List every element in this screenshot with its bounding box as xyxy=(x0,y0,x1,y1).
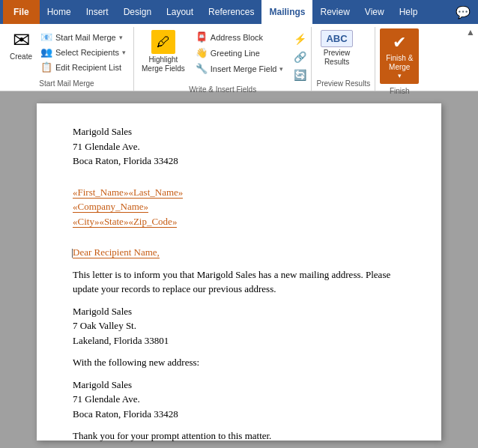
start-mail-merge-content: ✉ Create 📧 Start Mail Merge ▾ 👥 Select R… xyxy=(4,27,129,78)
create-icon: ✉ xyxy=(13,30,30,51)
tab-design[interactable]: Design xyxy=(116,0,159,24)
ribbon-tab-bar: File Home Insert Design Layout Reference… xyxy=(0,0,478,24)
finish-merge-arrow: ▾ xyxy=(398,72,402,79)
highlight-merge-fields-button[interactable]: 🖊 HighlightMerge Fields xyxy=(137,28,190,75)
greeting-line-button[interactable]: 👋 Greeting Line xyxy=(191,46,288,60)
tab-references[interactable]: References xyxy=(201,0,261,24)
address-block-button[interactable]: 📮 Address Block xyxy=(191,30,288,44)
preview-results-group: ABC PreviewResults Preview Results xyxy=(312,27,375,91)
greeting-line-icon: 👋 xyxy=(196,47,208,58)
select-recipients-label: Select Recipients xyxy=(55,48,119,57)
ribbon-collapse-button[interactable]: ▲ xyxy=(465,25,477,39)
tab-review[interactable]: Review xyxy=(312,0,357,24)
preview-results-label: PreviewResults xyxy=(324,49,351,67)
tab-home[interactable]: Home xyxy=(40,0,79,24)
tab-help[interactable]: Help xyxy=(392,0,426,24)
start-mail-merge-arrow: ▾ xyxy=(119,34,123,41)
finish-group-label: Finish xyxy=(380,85,419,98)
ribbon: ✉ Create 📧 Start Mail Merge ▾ 👥 Select R… xyxy=(0,24,478,91)
new-address-line1: Marigold Sales xyxy=(73,378,405,393)
select-recipients-icon: 👥 xyxy=(40,46,52,58)
select-recipients-arrow: ▾ xyxy=(122,49,126,56)
start-mail-merge-icon: 📧 xyxy=(40,31,52,43)
finish-merge-button[interactable]: ✔ Finish &Merge ▾ xyxy=(380,28,419,84)
file-tab[interactable]: File xyxy=(3,0,40,24)
old-address-line3: Lakeland, Florida 33801 xyxy=(73,333,405,348)
tab-view[interactable]: View xyxy=(357,0,392,24)
body-paragraph-1: This letter is to inform you that Marigo… xyxy=(73,267,405,297)
mail-merge-small-buttons: 📧 Start Mail Merge ▾ 👥 Select Recipients… xyxy=(37,30,129,74)
new-address-line3: Boca Raton, Florida 33428 xyxy=(73,407,405,422)
write-insert-group-label: Write & Insert Fields xyxy=(137,84,308,97)
new-address-intro: With the following new address: xyxy=(73,355,405,370)
insert-merge-field-button[interactable]: 🔧 Insert Merge Field ▾ xyxy=(191,61,288,76)
insert-merge-field-icon: 🔧 xyxy=(196,63,208,74)
start-mail-merge-button[interactable]: 📧 Start Mail Merge ▾ xyxy=(37,30,129,44)
preview-results-button[interactable]: ABC PreviewResults xyxy=(316,28,357,68)
closing-line1: Thank you for your prompt attention to t… xyxy=(73,429,405,444)
edit-recipient-list-button[interactable]: 📋 Edit Recipient List xyxy=(37,60,129,74)
sender-line1: Marigold Sales xyxy=(73,124,405,139)
tab-layout[interactable]: Layout xyxy=(159,0,201,24)
merge-field-line3: «City»«State»«Zip_Code» xyxy=(73,214,405,229)
start-mail-merge-label: Start Mail Merge xyxy=(55,33,116,42)
insert-merge-field-label: Insert Merge Field xyxy=(211,64,277,73)
merge-field-line2: «Company_Name» xyxy=(73,199,405,214)
merge-first-last-name: «First_Name»«Last_Name» xyxy=(73,187,183,199)
merge-company-name: «Company_Name» xyxy=(73,201,148,213)
edit-recipient-list-icon: 📋 xyxy=(40,61,52,73)
update-labels-button[interactable]: 🔄 xyxy=(292,67,308,82)
preview-results-icon: ABC xyxy=(321,30,352,47)
finish-merge-label: Finish &Merge xyxy=(386,54,413,72)
address-block-icon: 📮 xyxy=(196,31,208,43)
document-page: Marigold Sales 71 Glendale Ave. Boca Rat… xyxy=(37,103,441,441)
greeting-field-text: Dear Recipient Name, xyxy=(73,246,160,258)
finish-content: ✔ Finish &Merge ▾ xyxy=(380,27,419,85)
write-insert-fields-group: 🖊 HighlightMerge Fields 📮 Address Block … xyxy=(134,27,312,91)
edit-recipient-list-label: Edit Recipient List xyxy=(55,63,121,72)
insert-merge-field-arrow: ▾ xyxy=(279,65,283,73)
write-right-buttons: 📮 Address Block 👋 Greeting Line 🔧 Insert… xyxy=(191,30,288,76)
tab-mailings[interactable]: Mailings xyxy=(261,0,312,24)
merge-city-state-zip: «City»«State»«Zip_Code» xyxy=(73,216,177,228)
merge-field-line1: «First_Name»«Last_Name» xyxy=(73,185,405,200)
start-mail-merge-group: ✉ Create 📧 Start Mail Merge ▾ 👥 Select R… xyxy=(0,27,134,91)
greeting-line-label: Greeting Line xyxy=(211,49,260,58)
write-insert-content: 🖊 HighlightMerge Fields 📮 Address Block … xyxy=(137,27,308,84)
tab-insert[interactable]: Insert xyxy=(79,0,116,24)
finish-merge-icon: ✔ xyxy=(393,33,406,52)
create-label: Create xyxy=(10,52,32,61)
highlight-icon: 🖊 xyxy=(151,30,175,54)
greeting-line: Dear Recipient Name, xyxy=(73,245,405,260)
highlight-label: HighlightMerge Fields xyxy=(142,55,185,73)
sender-line2: 71 Glendale Ave. xyxy=(73,139,405,154)
match-fields-button[interactable]: 🔗 xyxy=(292,49,308,64)
preview-results-content: ABC PreviewResults xyxy=(316,27,370,78)
select-recipients-button[interactable]: 👥 Select Recipients ▾ xyxy=(37,45,129,59)
preview-results-group-label: Preview Results xyxy=(316,78,370,91)
start-mail-merge-group-label: Start Mail Merge xyxy=(4,78,129,91)
finish-group: ✔ Finish &Merge ▾ Finish xyxy=(375,27,423,91)
comment-icon[interactable]: 💬 xyxy=(453,2,474,22)
new-address-line2: 71 Glendale Ave. xyxy=(73,392,405,407)
sender-line3: Boca Raton, Florida 33428 xyxy=(73,154,405,169)
old-address-line2: 7 Oak Valley St. xyxy=(73,318,405,333)
old-address-line1: Marigold Sales xyxy=(73,304,405,319)
document-area: Marigold Sales 71 Glendale Ave. Boca Rat… xyxy=(0,91,478,448)
address-block-label: Address Block xyxy=(211,33,263,42)
rules-button[interactable]: ⚡ xyxy=(292,31,308,46)
create-button[interactable]: ✉ Create xyxy=(4,28,37,63)
